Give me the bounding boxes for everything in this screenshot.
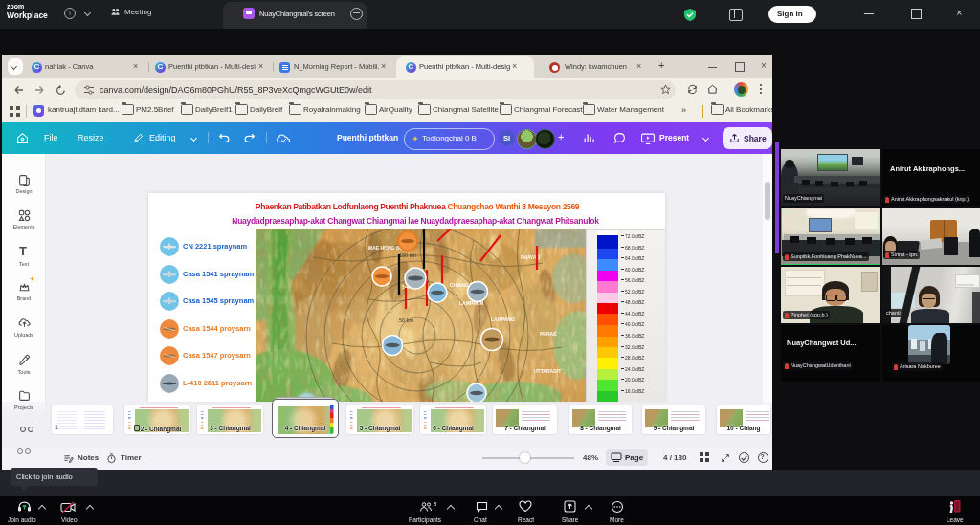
svg-text:50 km: 50 km [399,317,413,323]
svg-text:150 km: 150 km [399,252,416,258]
svg-text:LAMPANG: LAMPANG [491,317,515,322]
svg-text:UTTARADIT: UTTARADIT [534,368,561,374]
svg-text:PHRAE: PHRAE [540,331,557,337]
